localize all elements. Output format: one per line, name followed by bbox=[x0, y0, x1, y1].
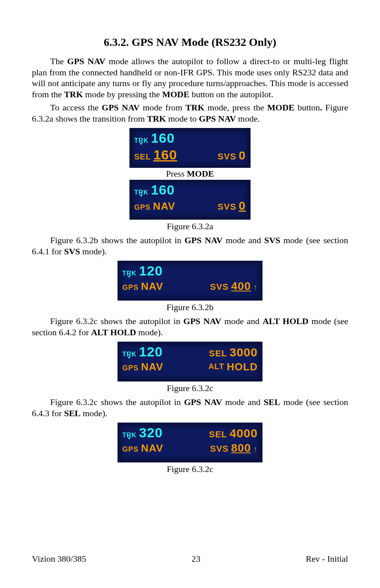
lcd-gps-label: GPS bbox=[122, 363, 139, 372]
lcd-sel-label: SEL bbox=[209, 348, 227, 358]
lcd-nav-label: NAV bbox=[141, 443, 163, 453]
text: button on the autopilot. bbox=[189, 89, 273, 99]
term-alt-hold: ALT HOLD bbox=[262, 316, 308, 326]
lcd-sel-value: 160 bbox=[153, 148, 177, 161]
lcd-nav-label: NAV bbox=[141, 362, 163, 372]
term-gps-nav: GPS NAV bbox=[184, 235, 223, 245]
lcd-svs-label: SVS bbox=[210, 281, 229, 291]
paragraph-3: Figure 6.3.2b shows the autopilot in GPS… bbox=[32, 235, 348, 257]
lcd-panel-gpsnav-althold: TRK+ 120 SEL 3000 GPS NAV ALTHOLD bbox=[118, 342, 262, 382]
text: mode and bbox=[222, 397, 264, 407]
lcd-trk-value: 120 bbox=[139, 345, 163, 358]
text: mode. bbox=[236, 114, 260, 124]
term-mode: MODE bbox=[267, 102, 294, 112]
lcd-panel-gpsnav-svs: TRK+ 120 GPS NAV SVS 400↑ bbox=[118, 261, 262, 301]
arrow-up-icon: ↑ bbox=[253, 283, 258, 291]
text: The bbox=[50, 56, 67, 66]
figure-6-3-2c-2: TRK+ 320 SEL 4000 GPS NAV SVS 800↑ bbox=[32, 423, 348, 462]
term-trk: TRK bbox=[64, 89, 83, 99]
text: mode, press the bbox=[204, 102, 267, 112]
paragraph-1: The GPS NAV mode allows the autopilot to… bbox=[32, 56, 348, 100]
figure-6-3-2c-1: TRK+ 120 SEL 3000 GPS NAV ALTHOLD bbox=[32, 342, 348, 382]
lcd-svs-label: SVS bbox=[217, 201, 236, 211]
term-mode: MODE bbox=[162, 89, 189, 99]
lcd-sel-label: SEL bbox=[209, 429, 227, 439]
text: mode to bbox=[166, 114, 199, 124]
lcd-sel-label: SEL bbox=[134, 151, 151, 161]
press-mode-caption: Press MODE bbox=[32, 169, 348, 179]
lcd-trk-value: 120 bbox=[139, 264, 163, 277]
plus-icon: + bbox=[139, 194, 143, 198]
text: Figure 6.3.2c shows the autopilot in bbox=[50, 397, 184, 407]
lcd-hold-label: HOLD bbox=[227, 362, 258, 372]
figure-caption-c1: Figure 6.3.2c bbox=[32, 383, 348, 393]
text: button bbox=[294, 102, 320, 112]
text: To access the bbox=[50, 102, 102, 112]
figure-6-3-2b: TRK+ 120 GPS NAV SVS 400↑ bbox=[32, 261, 348, 301]
term-svs: SVS bbox=[264, 235, 280, 245]
lcd-svs-value: 400 bbox=[231, 281, 251, 292]
paragraph-4: Figure 6.3.2c shows the autopilot in GPS… bbox=[32, 316, 348, 338]
lcd-svs-value: 0 bbox=[239, 200, 246, 212]
lcd-sel-value: 4000 bbox=[229, 427, 258, 439]
term-gps-nav: GPS NAV bbox=[183, 316, 221, 326]
plus-icon: + bbox=[127, 356, 131, 360]
lcd-gps-label: GPS bbox=[134, 202, 151, 211]
plus-icon: + bbox=[127, 275, 131, 279]
text: mode by pressing the bbox=[83, 89, 162, 99]
plus-icon: + bbox=[127, 437, 131, 441]
lcd-trk-value: 160 bbox=[151, 183, 175, 197]
term-gps-nav: GPS NAV bbox=[102, 102, 139, 112]
text: Figure 6.3.2b shows the autopilot in bbox=[50, 235, 184, 245]
text: mode from bbox=[140, 102, 186, 112]
text: Figure 6.3.2c shows the autopilot in bbox=[50, 316, 183, 326]
lcd-panel-trk-sel: TRK+ 160 SEL 160 SVS 0 bbox=[129, 128, 251, 168]
figure-caption-b: Figure 6.3.2b bbox=[32, 302, 348, 313]
text: mode and bbox=[221, 316, 263, 326]
lcd-trk-value: 320 bbox=[139, 426, 163, 439]
term-gps-nav: GPS NAV bbox=[67, 56, 106, 66]
text: mode). bbox=[80, 408, 107, 418]
lcd-svs-label: SVS bbox=[217, 151, 236, 161]
text: mode). bbox=[80, 246, 107, 256]
footer-center: 23 bbox=[192, 554, 200, 564]
lcd-gps-label: GPS bbox=[122, 282, 139, 291]
text: mode and bbox=[223, 235, 264, 245]
text: Press bbox=[166, 169, 187, 179]
lcd-nav-label: NAV bbox=[141, 281, 163, 291]
arrow-up-icon: ↑ bbox=[253, 445, 258, 453]
figure-caption-a: Figure 6.3.2a bbox=[32, 221, 348, 232]
term-trk: TRK bbox=[147, 114, 166, 124]
term-trk: TRK bbox=[186, 102, 205, 112]
page-footer: Vizion 380/385 23 Rev - Initial bbox=[32, 554, 348, 564]
term-gps-nav: GPS NAV bbox=[199, 114, 236, 124]
lcd-alt-label: ALT bbox=[208, 362, 224, 370]
footer-right: Rev - Initial bbox=[306, 554, 348, 564]
footer-left: Vizion 380/385 bbox=[32, 554, 86, 564]
paragraph-2: To access the GPS NAV mode from TRK mode… bbox=[32, 102, 348, 124]
term-sel: SEL bbox=[264, 397, 280, 407]
lcd-nav-label: NAV bbox=[153, 201, 175, 211]
figure-6-3-2a: TRK+ 160 SEL 160 SVS 0 Press MODE bbox=[32, 128, 348, 220]
lcd-panel-trk-gpsnav: TRK+ 160 GPS NAV SVS 0 bbox=[129, 180, 251, 220]
term-alt-hold: ALT HOLD bbox=[91, 327, 136, 337]
lcd-gps-label: GPS bbox=[122, 444, 139, 453]
lcd-svs-label: SVS bbox=[210, 443, 229, 453]
term-svs: SVS bbox=[64, 246, 80, 256]
plus-icon: + bbox=[139, 142, 143, 146]
lcd-svs-value: 800 bbox=[231, 442, 251, 454]
paragraph-5: Figure 6.3.2c shows the autopilot in GPS… bbox=[32, 397, 348, 419]
text: mode). bbox=[136, 327, 163, 337]
section-heading: 6.3.2. GPS NAV Mode (RS232 Only) bbox=[32, 36, 348, 49]
term-gps-nav: GPS NAV bbox=[184, 397, 222, 407]
lcd-trk-value: 160 bbox=[151, 131, 175, 145]
term-mode: MODE bbox=[187, 169, 214, 179]
lcd-sel-value: 3000 bbox=[229, 346, 258, 358]
lcd-panel-gpsnav-sel-svs: TRK+ 320 SEL 4000 GPS NAV SVS 800↑ bbox=[118, 423, 262, 462]
term-sel: SEL bbox=[64, 408, 81, 418]
lcd-svs-value: 0 bbox=[239, 149, 246, 161]
figure-caption-c2: Figure 6.3.2c bbox=[32, 464, 348, 474]
